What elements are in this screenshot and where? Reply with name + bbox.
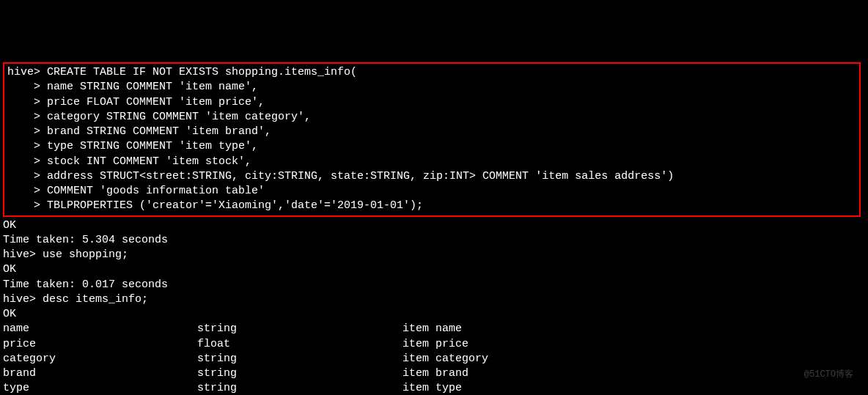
column-comment: item type <box>402 381 865 395</box>
continuation-prompt: > <box>7 125 40 139</box>
hive-sql-line: > stock INT COMMENT 'item stock', <box>7 155 856 169</box>
hive-sql-line: > category STRING COMMENT 'item category… <box>7 110 856 125</box>
column-type: string <box>197 366 402 381</box>
column-comment: item brand <box>402 366 865 381</box>
continuation-prompt: > <box>7 139 40 154</box>
terminal-output: OKTime taken: 5.304 secondshive> use sho… <box>3 218 865 396</box>
output-line: Time taken: 5.304 seconds <box>3 233 865 248</box>
hive-sql-line: > type STRING COMMENT 'item type', <box>7 139 856 154</box>
column-name: category <box>3 352 197 366</box>
sql-text: name STRING COMMENT 'item name', <box>40 80 258 95</box>
output-line: Time taken: 0.017 seconds <box>3 278 865 292</box>
column-name: brand <box>3 366 197 381</box>
sql-text: price FLOAT COMMENT 'item price', <box>40 95 265 110</box>
hive-sql-line: > name STRING COMMENT 'item name', <box>7 80 856 95</box>
hive-sql-line: > brand STRING COMMENT 'item brand', <box>7 125 856 139</box>
watermark-text: @51CTO博客 <box>804 369 853 380</box>
column-comment: item category <box>402 352 865 366</box>
table-row: categorystringitem category <box>3 352 865 366</box>
hive-sql-line: > COMMENT 'goods information table' <box>7 184 856 199</box>
continuation-prompt: > <box>7 184 40 199</box>
continuation-prompt: > <box>7 80 40 95</box>
hive-sql-line: hive> CREATE TABLE IF NOT EXISTS shoppin… <box>7 65 856 80</box>
column-name: price <box>3 337 197 352</box>
hive-sql-line: > address STRUCT<street:STRING, city:STR… <box>7 169 856 184</box>
command-text: use shopping; <box>36 248 128 262</box>
command-line: hive> desc items_info; <box>3 292 865 307</box>
column-name: type <box>3 381 197 395</box>
column-type: string <box>197 381 402 395</box>
column-comment: item name <box>402 322 865 336</box>
hive-prompt: hive> <box>7 65 40 80</box>
output-line: OK <box>3 262 865 277</box>
column-name: name <box>3 322 197 336</box>
command-text: desc items_info; <box>36 292 148 307</box>
column-type: string <box>197 352 402 366</box>
column-comment: item price <box>402 337 865 352</box>
continuation-prompt: > <box>7 110 40 125</box>
table-row: typestringitem type <box>3 381 865 395</box>
sql-text: TBLPROPERTIES ('creator'='Xiaoming','dat… <box>40 199 423 213</box>
continuation-prompt: > <box>7 169 40 184</box>
sql-text: CREATE TABLE IF NOT EXISTS shopping.item… <box>40 65 357 80</box>
sql-text: category STRING COMMENT 'item category', <box>40 110 311 125</box>
highlighted-command-box: hive> CREATE TABLE IF NOT EXISTS shoppin… <box>3 62 861 217</box>
sql-text: address STRUCT<street:STRING, city:STRIN… <box>40 169 674 184</box>
sql-text: type STRING COMMENT 'item type', <box>40 139 258 154</box>
output-line: OK <box>3 218 865 233</box>
command-line: hive> use shopping; <box>3 248 865 262</box>
table-row: brandstringitem brand <box>3 366 865 381</box>
table-row: namestringitem name <box>3 322 865 336</box>
hive-sql-line: > price FLOAT COMMENT 'item price', <box>7 95 856 110</box>
column-type: float <box>197 337 402 352</box>
column-type: string <box>197 322 402 336</box>
sql-text: brand STRING COMMENT 'item brand', <box>40 125 271 139</box>
hive-sql-line: > TBLPROPERTIES ('creator'='Xiaoming','d… <box>7 199 856 213</box>
continuation-prompt: > <box>7 155 40 169</box>
sql-text: stock INT COMMENT 'item stock', <box>40 155 251 169</box>
sql-text: COMMENT 'goods information table' <box>40 184 265 199</box>
continuation-prompt: > <box>7 199 40 213</box>
continuation-prompt: > <box>7 95 40 110</box>
hive-prompt: hive> <box>3 248 36 262</box>
table-row: pricefloatitem price <box>3 337 865 352</box>
output-line: OK <box>3 307 865 322</box>
hive-prompt: hive> <box>3 292 36 307</box>
